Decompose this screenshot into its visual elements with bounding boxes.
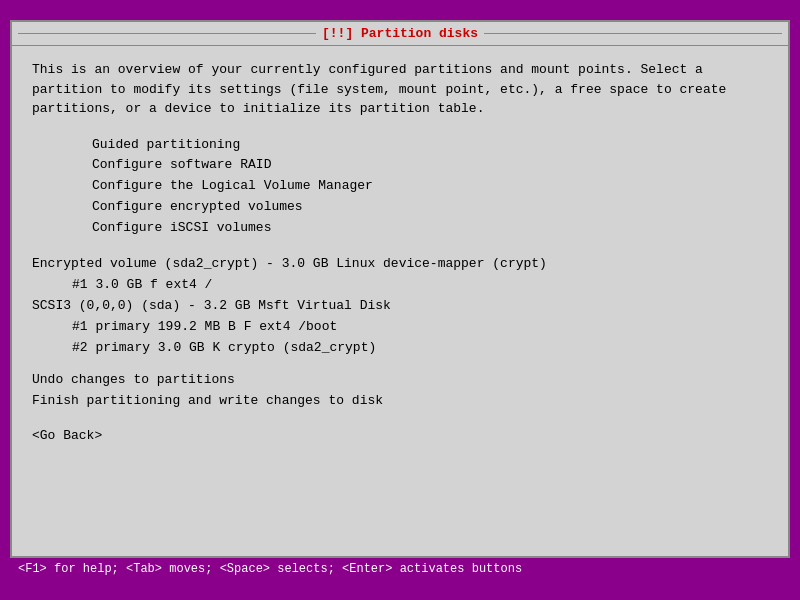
undo-action[interactable]: Undo changes to partitions bbox=[32, 370, 768, 391]
menu-item-encrypted[interactable]: Configure encrypted volumes bbox=[92, 197, 768, 218]
go-back-button[interactable]: <Go Back> bbox=[32, 428, 768, 443]
enc-part1[interactable]: #1 3.0 GB f ext4 / bbox=[72, 275, 768, 296]
scsi-part2[interactable]: #2 primary 3.0 GB K crypto (sda2_crypt) bbox=[72, 338, 768, 359]
encrypted-volume-label[interactable]: Encrypted volume (sda2_crypt) - 3.0 GB L… bbox=[32, 254, 768, 275]
status-bar: <F1> for help; <Tab> moves; <Space> sele… bbox=[10, 558, 790, 580]
partition-section: Encrypted volume (sda2_crypt) - 3.0 GB L… bbox=[32, 254, 768, 358]
actions-section: Undo changes to partitions Finish partit… bbox=[32, 370, 768, 412]
menu-item-lvm[interactable]: Configure the Logical Volume Manager bbox=[92, 176, 768, 197]
title-bar-line-left bbox=[18, 33, 316, 34]
title-bar: [!!] Partition disks bbox=[12, 22, 788, 46]
scsi-device-label[interactable]: SCSI3 (0,0,0) (sda) - 3.2 GB Msft Virtua… bbox=[32, 296, 768, 317]
dialog-content: This is an overview of your currently co… bbox=[12, 46, 788, 556]
finish-action[interactable]: Finish partitioning and write changes to… bbox=[32, 391, 768, 412]
menu-item-guided[interactable]: Guided partitioning bbox=[92, 135, 768, 156]
description-text: This is an overview of your currently co… bbox=[32, 60, 768, 119]
screen: [!!] Partition disks This is an overview… bbox=[10, 20, 790, 580]
menu-item-iscsi[interactable]: Configure iSCSI volumes bbox=[92, 218, 768, 239]
finish-action-text[interactable]: Finish partitioning and write changes to… bbox=[32, 393, 383, 408]
title-bar-line-right bbox=[484, 33, 782, 34]
scsi-part1[interactable]: #1 primary 199.2 MB B F ext4 /boot bbox=[72, 317, 768, 338]
dialog: [!!] Partition disks This is an overview… bbox=[10, 20, 790, 558]
menu-item-raid[interactable]: Configure software RAID bbox=[92, 155, 768, 176]
dialog-title: [!!] Partition disks bbox=[322, 26, 478, 41]
menu-list: Guided partitioning Configure software R… bbox=[92, 135, 768, 239]
